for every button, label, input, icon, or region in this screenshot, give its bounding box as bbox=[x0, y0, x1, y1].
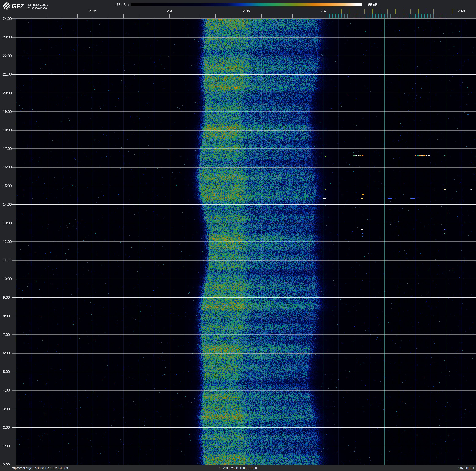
freq-minor-tick bbox=[307, 14, 308, 18]
ble-channel-tick bbox=[347, 14, 348, 18]
ble-channel-tick bbox=[341, 14, 342, 18]
wifi-channel-tick bbox=[364, 9, 365, 14]
freq-axis-label: 2.25 bbox=[86, 9, 100, 13]
time-axis-label: 10:00 bbox=[3, 277, 14, 281]
freq-minor-tick bbox=[16, 14, 16, 18]
ble-channel-tick bbox=[421, 14, 422, 18]
freq-minor-tick bbox=[231, 14, 231, 18]
ble-channel-tick bbox=[430, 14, 431, 18]
freq-minor-tick bbox=[292, 14, 292, 18]
time-axis-label: 2:00 bbox=[3, 425, 14, 430]
time-axis-label: 1:00 bbox=[3, 444, 14, 448]
wifi-channel-tick bbox=[387, 9, 388, 14]
time-axis-label: 4:00 bbox=[3, 388, 14, 392]
freq-minor-tick bbox=[215, 14, 216, 18]
ble-channel-tick bbox=[329, 14, 329, 18]
freq-minor-tick bbox=[62, 14, 62, 18]
ble-channel-tick bbox=[375, 14, 375, 18]
wifi-channel-tick bbox=[395, 9, 395, 14]
ble-channel-tick bbox=[363, 14, 363, 18]
time-axis-label: 23:00 bbox=[3, 35, 14, 39]
ble-channel-tick bbox=[372, 14, 373, 18]
wifi-channel-tick bbox=[357, 9, 357, 14]
ble-channel-tick bbox=[391, 14, 391, 18]
time-axis-label: 22:00 bbox=[3, 54, 14, 58]
freq-axis-label: 2.4 bbox=[316, 9, 330, 13]
freq-axis-label: 2.49 bbox=[454, 9, 468, 13]
ble-channel-tick bbox=[437, 14, 437, 18]
time-axis-label: 7:00 bbox=[3, 332, 14, 337]
dataset-label: 1_2200_2500_10000_40_0 bbox=[219, 465, 257, 471]
ble-channel-tick bbox=[369, 14, 369, 18]
freq-minor-tick bbox=[154, 14, 154, 18]
time-axis-label: 11:00 bbox=[3, 258, 14, 262]
ble-channel-tick bbox=[360, 14, 360, 18]
ble-channel-tick bbox=[418, 14, 419, 18]
wifi-channel-tick bbox=[341, 9, 342, 14]
footer-bar: https://doi.org/10.5880/GFZ.1.2.2024.003… bbox=[0, 465, 476, 471]
ble-channel-tick bbox=[332, 14, 333, 18]
freq-axis-label: 2.35 bbox=[239, 9, 253, 13]
time-axis-label: 21:00 bbox=[3, 72, 14, 76]
time-axis-label: 15:00 bbox=[3, 184, 14, 188]
time-axis-label: 8:00 bbox=[3, 314, 14, 318]
ble-channel-tick bbox=[424, 14, 425, 18]
ble-channel-tick bbox=[351, 14, 351, 18]
ble-channel-tick bbox=[427, 14, 428, 18]
time-axis-label: 18:00 bbox=[3, 128, 14, 132]
wifi-channel-tick bbox=[452, 9, 452, 14]
spectrum-monitor-page: GFZ Helmholtz Centre for Geosciences -75… bbox=[0, 0, 476, 471]
time-axis-label: 6:00 bbox=[3, 351, 14, 355]
freq-minor-tick bbox=[246, 14, 246, 18]
time-axis-label: 3:00 bbox=[3, 407, 14, 411]
ble-channel-tick bbox=[378, 14, 379, 18]
time-axis-label: 13:00 bbox=[3, 221, 14, 225]
freq-minor-tick bbox=[277, 14, 277, 18]
wifi-channel-tick bbox=[380, 9, 380, 14]
freq-minor-tick bbox=[31, 14, 32, 18]
freq-minor-tick bbox=[93, 14, 93, 18]
ble-channel-tick bbox=[400, 14, 400, 18]
colorbar-gradient bbox=[131, 3, 362, 6]
freq-minor-tick bbox=[47, 14, 47, 18]
freq-minor-tick bbox=[139, 14, 139, 18]
time-axis-label: 16:00 bbox=[3, 165, 14, 169]
wifi-channel-tick bbox=[410, 9, 411, 14]
time-axis-label: 24:00 bbox=[3, 17, 14, 21]
colorbar-min-label: -75 dBm bbox=[106, 3, 129, 7]
wifi-channel-tick bbox=[433, 9, 434, 14]
ble-channel-tick bbox=[381, 14, 382, 18]
wifi-channel-tick bbox=[426, 9, 426, 14]
freq-minor-tick bbox=[185, 14, 185, 18]
time-axis-label: 14:00 bbox=[3, 202, 14, 207]
ble-channel-tick bbox=[354, 14, 354, 18]
ble-channel-tick bbox=[357, 14, 357, 18]
ble-channel-tick bbox=[412, 14, 412, 18]
ble-channel-tick bbox=[384, 14, 385, 18]
freq-minor-tick bbox=[169, 14, 170, 18]
ble-channel-tick bbox=[446, 14, 446, 18]
doi-link[interactable]: https://doi.org/10.5880/GFZ.1.2.2024.003 bbox=[12, 465, 68, 471]
time-axis-label: 20:00 bbox=[3, 91, 14, 95]
ble-channel-tick bbox=[406, 14, 406, 18]
colorbar-section: -75 dBm -55 dBm bbox=[0, 0, 476, 9]
time-axis-label: 9:00 bbox=[3, 295, 14, 300]
time-axis-label: 12:00 bbox=[3, 239, 14, 244]
freq-minor-tick bbox=[200, 14, 200, 18]
freq-minor-tick bbox=[123, 14, 124, 18]
time-axis-label: 19:00 bbox=[3, 109, 14, 114]
ble-channel-tick bbox=[335, 14, 336, 18]
freq-minor-tick bbox=[77, 14, 78, 18]
colorbar-max-label: -55 dBm bbox=[367, 3, 391, 7]
ble-channel-tick bbox=[433, 14, 434, 18]
ble-channel-tick bbox=[415, 14, 415, 18]
ble-channel-tick bbox=[397, 14, 397, 18]
ble-channel-tick bbox=[393, 14, 394, 18]
freq-minor-tick bbox=[323, 14, 323, 18]
ble-channel-tick bbox=[409, 14, 409, 18]
ble-channel-tick bbox=[366, 14, 366, 18]
ble-channel-tick bbox=[443, 14, 443, 18]
ble-channel-tick bbox=[338, 14, 339, 18]
ble-channel-tick bbox=[440, 14, 440, 18]
date-label: 2026-04-01 bbox=[459, 465, 474, 471]
